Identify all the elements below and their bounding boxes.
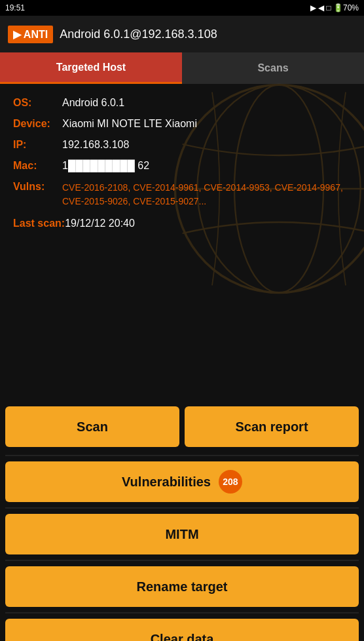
- status-bar: 19:51 ▶ ◀ □ 🔋70%: [0, 0, 364, 16]
- vulnerabilities-label: Vulnerabilities: [122, 475, 211, 490]
- last-scan-label: Last scan:: [13, 218, 65, 229]
- vuln-count-badge: 208: [219, 470, 242, 494]
- rename-target-row: Rename target: [5, 566, 359, 607]
- tab-scans[interactable]: Scans: [182, 52, 364, 84]
- device-value: Xiaomi MI NOTE LTE Xiaomi: [62, 118, 197, 130]
- ip-label: IP:: [13, 139, 62, 151]
- clear-data-button[interactable]: Clear data: [5, 619, 359, 641]
- clear-data-row: Clear data: [5, 619, 359, 641]
- mitm-row: MITM: [5, 514, 359, 554]
- mitm-button[interactable]: MITM: [5, 514, 359, 554]
- divider-3: [5, 560, 359, 561]
- last-scan-row: Last scan: 19/12/12 20:40: [13, 218, 351, 229]
- mac-value: 1█████████ 62: [62, 160, 149, 172]
- ip-value: 192.168.3.108: [62, 139, 129, 151]
- os-label: OS:: [13, 97, 62, 109]
- tab-bar: Targeted Host Scans: [0, 52, 364, 84]
- vulns-row: Vulns: CVE-2016-2108, CVE-2014-9961, CVE…: [13, 181, 351, 208]
- scan-button[interactable]: Scan: [5, 406, 179, 447]
- logo-text: ▶ ANTI: [13, 28, 48, 41]
- device-label: Device:: [13, 118, 62, 130]
- main-content: OS: Android 6.0.1 Device: Xiaomi MI NOTE…: [0, 84, 364, 398]
- mac-label: Mac:: [13, 160, 62, 172]
- header-title: Android 6.0.1@192.168.3.108: [60, 28, 217, 41]
- vulnerabilities-button[interactable]: Vulnerabilities 208: [5, 461, 359, 502]
- last-scan-value: 19/12/12 20:40: [65, 218, 135, 229]
- ip-row: IP: 192.168.3.108: [13, 139, 351, 151]
- mac-row: Mac: 1█████████ 62: [13, 160, 351, 172]
- status-time: 19:51: [5, 3, 25, 12]
- device-row: Device: Xiaomi MI NOTE LTE Xiaomi: [13, 118, 351, 130]
- status-icons: ▶ ◀ □ 🔋70%: [310, 3, 359, 12]
- os-value: Android 6.0.1: [62, 97, 124, 109]
- os-row: OS: Android 6.0.1: [13, 97, 351, 109]
- scan-buttons-row: Scan Scan report: [5, 406, 359, 447]
- divider-4: [5, 612, 359, 613]
- scan-report-button[interactable]: Scan report: [185, 406, 359, 447]
- tab-targeted-host[interactable]: Targeted Host: [0, 52, 182, 84]
- rename-target-button[interactable]: Rename target: [5, 566, 359, 607]
- divider-2: [5, 507, 359, 509]
- app-header: ▶ ANTI Android 6.0.1@192.168.3.108: [0, 16, 364, 52]
- app-logo: ▶ ANTI: [8, 26, 53, 43]
- vulns-label: Vulns:: [13, 181, 62, 193]
- vulns-value: CVE-2016-2108, CVE-2014-9961, CVE-2014-9…: [62, 181, 351, 208]
- divider-1: [5, 455, 359, 456]
- vulnerabilities-row: Vulnerabilities 208: [5, 461, 359, 502]
